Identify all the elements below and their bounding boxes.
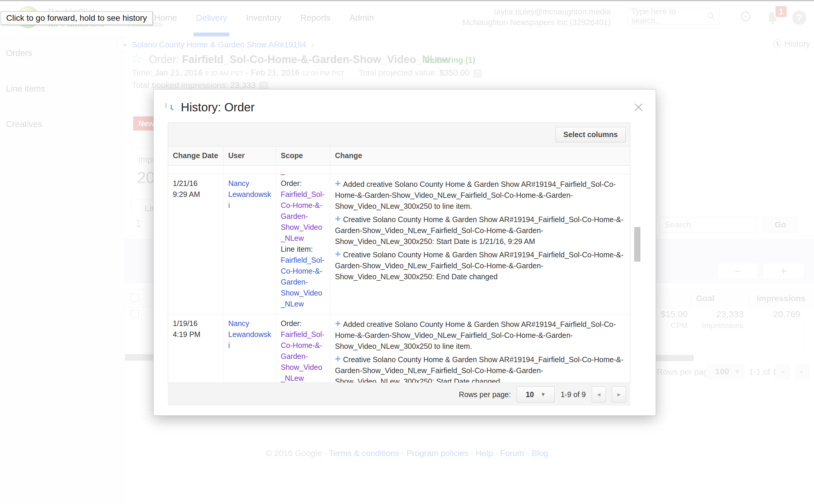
close-icon[interactable] <box>633 102 644 113</box>
change-entry: +Creative Solano County Home & Garden Sh… <box>335 248 626 282</box>
column-header-change-date: Change Date <box>168 147 224 165</box>
page-range: 1-9 of 9 <box>560 390 586 399</box>
user-cell: Nancy Lewandowski <box>224 314 276 383</box>
added-plus-icon: + <box>335 353 341 364</box>
history-modal: History: Order Select columns Change Dat… <box>153 89 656 416</box>
change-entry: +Creative Solano County Home & Garden Sh… <box>335 213 626 247</box>
scope-label: Order: <box>281 318 326 329</box>
change-time: 4:19 PM <box>173 329 219 340</box>
user-cell: Nancy Lewandowski <box>224 174 276 314</box>
change-text: Creative Solano County Home & Garden Sho… <box>335 251 624 281</box>
change-cell: +Added creative Solano County Home & Gar… <box>330 314 630 383</box>
scope-label: Order: <box>281 178 326 189</box>
rows-per-page-select[interactable]: 10▼ <box>517 386 555 402</box>
modal-title: History: Order <box>181 101 255 114</box>
change-text: Creative Solano County Home & Garden Sho… <box>335 355 624 383</box>
change-entry: +Creative Solano County Home & Garden Sh… <box>335 353 626 383</box>
select-columns-button[interactable]: Select columns <box>555 127 626 142</box>
scope-cell: Order:Fairfield_Sol-Co-Home-&-Garden-Sho… <box>276 174 330 314</box>
added-plus-icon: + <box>335 178 341 189</box>
added-plus-icon: + <box>335 318 341 329</box>
column-header-scope: Scope <box>276 147 330 165</box>
change-text: Added creative Solano County Home & Gard… <box>335 180 616 210</box>
change-cell: +Added creative Solano County Home & Gar… <box>330 174 630 314</box>
scope-link[interactable]: Fairfield_Sol-Co-Home-&-Garden-Show_Vide… <box>281 255 326 309</box>
history-table-toolbar: Select columns <box>168 123 630 147</box>
change-date-cell: 1/21/169:29 AM <box>168 174 224 314</box>
history-pagination-bar: Rows per page: 10▼ 1-9 of 9 ◂ ▸ <box>168 383 630 406</box>
added-plus-icon: + <box>335 248 341 259</box>
change-date-cell: 1/19/164:19 PM <box>168 314 224 383</box>
rows-per-page-label: Rows per page: <box>459 390 511 399</box>
user-link[interactable]: Nancy Lewandowski <box>228 318 272 351</box>
change-text: Creative Solano County Home & Garden Sho… <box>335 215 624 245</box>
scope-link[interactable]: Fairfield_Sol-Co-Home-&-Garden-Show_Vide… <box>281 189 326 244</box>
next-page-button[interactable]: ▸ <box>612 386 626 402</box>
scope-link-fragment[interactable]: _ <box>281 167 285 175</box>
user-link[interactable]: Nancy Lewandowski <box>228 178 272 211</box>
history-row: 1/19/164:19 PMNancy LewandowskiOrder:Fai… <box>168 314 630 383</box>
change-time: 9:29 AM <box>173 189 219 200</box>
browser-tooltip: Click to go forward, hold to see history <box>1 11 153 25</box>
history-clock-icon <box>165 103 166 108</box>
change-entry: +Added creative Solano County Home & Gar… <box>335 178 626 212</box>
added-plus-icon: + <box>335 213 341 224</box>
history-table-header: Change Date User Scope Change <box>168 147 630 166</box>
history-table: Select columns Change Date User Scope Ch… <box>168 123 630 383</box>
column-header-user: User <box>224 147 276 165</box>
scope-link[interactable]: Fairfield_Sol-Co-Home-&-Garden-Show_Vide… <box>281 329 326 383</box>
history-row: 1/21/169:29 AMNancy LewandowskiOrder:Fai… <box>168 174 630 314</box>
scope-label: Line item: <box>281 244 326 255</box>
column-header-change: Change <box>330 147 630 165</box>
scope-cell: Order:Fairfield_Sol-Co-Home-&-Garden-Sho… <box>276 314 330 383</box>
previous-page-button[interactable]: ◂ <box>592 386 606 402</box>
partial-row: _ <box>168 166 630 174</box>
history-table-scroll-area[interactable]: _ 1/21/169:29 AMNancy LewandowskiOrder:F… <box>168 166 630 383</box>
change-entry: +Added creative Solano County Home & Gar… <box>335 318 626 352</box>
change-text: Added creative Solano County Home & Gard… <box>335 320 616 350</box>
vertical-scrollbar-thumb[interactable] <box>635 227 640 261</box>
chevron-down-icon: ▼ <box>540 391 546 398</box>
change-date: 1/21/16 <box>173 178 219 189</box>
change-date: 1/19/16 <box>173 318 219 329</box>
